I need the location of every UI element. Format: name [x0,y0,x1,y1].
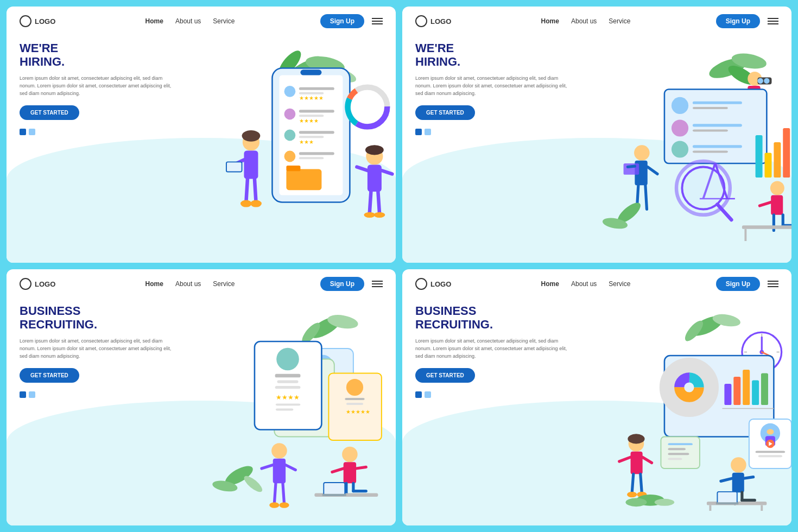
get-started-button-bl[interactable]: GET STARTED [20,368,79,383]
logo-text-tr: LOGO [430,17,451,26]
svg-rect-125 [273,459,286,483]
dots-row-tr [415,129,567,135]
svg-rect-113 [275,374,301,377]
svg-rect-115 [275,386,301,389]
svg-rect-172 [661,436,700,468]
svg-rect-60 [693,124,742,126]
nav-about-bl[interactable]: About us [175,280,201,288]
svg-rect-133 [344,462,356,483]
svg-line-84 [760,202,771,205]
svg-rect-196 [718,492,737,504]
svg-point-130 [269,502,279,508]
svg-point-183 [627,492,637,497]
svg-line-127 [286,465,295,470]
svg-rect-24 [287,166,301,171]
dot-blue-tr [415,129,422,135]
svg-line-182 [641,474,642,493]
svg-rect-64 [693,151,728,153]
hamburger-br[interactable] [768,281,778,287]
svg-rect-10 [299,92,324,94]
svg-point-45 [374,212,385,218]
svg-line-126 [262,465,273,468]
svg-rect-187 [732,473,744,492]
svg-point-54 [764,78,769,84]
dots-row-br [415,391,567,398]
nav-service[interactable]: Service [213,17,235,25]
nav-service-tr[interactable]: Service [609,17,630,25]
svg-line-128 [274,483,276,504]
svg-rect-83 [771,195,783,214]
svg-rect-169 [758,455,782,457]
svg-text:★★★★★: ★★★★★ [299,95,324,101]
get-started-button-tr[interactable]: GET STARTED [415,105,475,120]
nav-service-br[interactable]: Service [609,280,630,288]
svg-rect-63 [693,145,742,148]
signup-button-tr[interactable]: Sign Up [716,14,760,28]
svg-point-46 [365,145,384,155]
svg-rect-160 [743,370,750,405]
svg-point-16 [284,130,296,141]
nav-home-tr[interactable]: Home [541,17,559,25]
dots-row-bl [20,391,172,398]
svg-rect-174 [668,448,686,450]
nav-about[interactable]: About us [175,17,201,25]
svg-rect-88 [742,225,791,229]
svg-rect-23 [287,169,322,190]
card-bottom-left: LOGO Home About us Service Sign Up BUSIN… [7,269,396,525]
svg-rect-114 [277,381,299,383]
text-side: WE'RE HIRING. Lorem ipsum dolor sit amet… [20,41,172,135]
svg-text:★★★★★: ★★★★★ [346,409,370,415]
svg-rect-39 [368,165,382,192]
svg-line-78 [628,166,635,167]
svg-point-59 [672,119,688,136]
get-started-button-br[interactable]: GET STARTED [415,368,475,383]
svg-point-75 [634,145,650,161]
svg-point-8 [284,86,296,97]
recruiting-dashboard-svg [566,299,791,525]
nav-service-bl[interactable]: Service [213,280,235,288]
svg-rect-168 [756,451,786,453]
hamburger-menu[interactable] [372,18,383,24]
nav-about-tr[interactable]: About us [571,17,597,25]
nav-links: Home About us Service [68,17,311,25]
svg-rect-32 [226,162,242,172]
nav-home[interactable]: Home [145,17,163,25]
svg-point-98 [242,473,265,495]
card-top-left: LOGO Home About us Service Sign Up WE'RE… [7,7,396,263]
logo-text-bl: LOGO [35,280,55,288]
hamburger-bl[interactable] [372,281,383,287]
dots-row [20,129,172,135]
signup-button-br[interactable]: Sign Up [716,277,760,291]
svg-point-120 [346,379,363,396]
logo-bl: LOGO [20,278,55,290]
svg-point-53 [758,78,763,84]
svg-rect-30 [244,151,258,179]
logo-text: LOGO [35,17,55,26]
svg-point-185 [628,434,645,444]
illustration-hiring-mobile: ★★★★★ ★★★★ ★★★ [170,36,396,263]
nav-home-br[interactable]: Home [541,280,559,288]
hiring-search-svg [566,36,791,263]
content-top-left: WE'RE HIRING. Lorem ipsum dolor sit amet… [7,36,396,263]
logo-top-left: LOGO [20,15,55,27]
logo-br: LOGO [415,278,451,290]
svg-point-132 [342,447,358,463]
svg-point-35 [240,200,252,207]
nav-bottom-right: LOGO Home About us Service Sign Up [402,269,791,299]
hamburger-tr[interactable] [768,18,778,24]
nav-home-bl[interactable]: Home [145,280,163,288]
svg-rect-141 [322,494,346,496]
svg-rect-77 [624,163,639,175]
svg-line-179 [619,457,631,461]
svg-rect-22 [299,157,324,159]
hero-title: WE'RE HIRING. [20,41,172,69]
text-side-br: BUSINESS RECRUITING. Lorem ipsum dolor s… [415,304,567,398]
card-bottom-right: LOGO Home About us Service Sign Up BUSIN… [402,269,791,525]
signup-button[interactable]: Sign Up [320,14,364,28]
hero-desc-tr: Lorem ipsum dolor sit amet, consectetuer… [415,74,567,98]
signup-button-bl[interactable]: Sign Up [320,277,364,291]
content-bottom-right: BUSINESS RECRUITING. Lorem ipsum dolor s… [402,299,791,525]
get-started-button[interactable]: GET STARTED [20,105,79,120]
nav-about-br[interactable]: About us [571,280,597,288]
svg-point-44 [364,212,376,218]
